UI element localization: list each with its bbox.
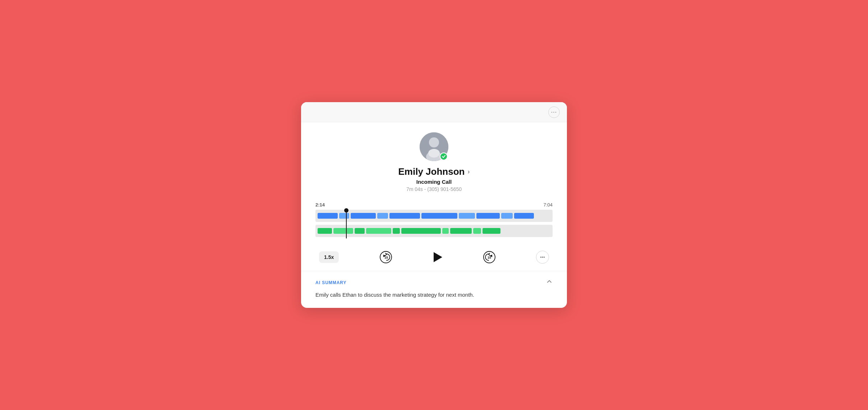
seg <box>393 228 400 234</box>
seg <box>401 228 441 234</box>
card-top-bar: ··· <box>301 102 567 122</box>
current-time: 2:14 <box>315 202 325 208</box>
contact-chevron-icon: › <box>467 168 470 176</box>
total-time: 7:04 <box>544 202 553 208</box>
controls-section: 1.5x 15 15 <box>315 246 553 271</box>
top-more-button[interactable]: ··· <box>548 106 560 118</box>
forward-icon: 15 <box>483 251 496 264</box>
contact-name-text: Emily Johnson <box>398 166 465 177</box>
waveform-section: 2:14 7:04 <box>315 202 553 238</box>
avatar-wrapper <box>420 132 448 161</box>
seg <box>450 228 472 234</box>
contact-name[interactable]: Emily Johnson › <box>398 166 470 177</box>
seg <box>421 213 457 219</box>
play-icon <box>434 252 442 262</box>
seg <box>514 213 534 219</box>
svg-point-1 <box>429 137 439 147</box>
svg-text:15: 15 <box>384 256 388 259</box>
seg <box>351 213 376 219</box>
svg-point-10 <box>540 257 541 258</box>
seg <box>377 213 388 219</box>
seg <box>355 228 365 234</box>
waveform-container[interactable] <box>315 210 553 238</box>
speed-button[interactable]: 1.5x <box>319 251 339 263</box>
online-status-badge <box>440 152 448 160</box>
seg <box>473 228 481 234</box>
play-button[interactable] <box>433 252 442 262</box>
seg <box>333 228 353 234</box>
svg-point-8 <box>542 257 543 258</box>
playhead <box>346 210 347 238</box>
seg <box>501 213 513 219</box>
chevron-up-icon <box>546 278 553 285</box>
seg <box>476 213 500 219</box>
waveform-segments-bottom <box>315 225 553 237</box>
svg-point-9 <box>544 257 545 258</box>
player-more-icon <box>539 254 546 260</box>
profile-section: Emily Johnson › Incoming Call 7m 04s - (… <box>315 132 553 192</box>
seg <box>318 228 332 234</box>
seg <box>318 213 338 219</box>
seg <box>389 213 420 219</box>
waveform-track-top[interactable] <box>315 210 553 222</box>
ai-summary-toggle-button[interactable] <box>546 278 553 287</box>
seg <box>459 213 475 219</box>
seg <box>442 228 449 234</box>
forward-button[interactable]: 15 <box>483 251 496 264</box>
seg <box>339 213 349 219</box>
call-meta-info: 7m 04s - (305) 901-5650 <box>406 186 462 192</box>
waveform-timestamps: 2:14 7:04 <box>315 202 553 208</box>
seg <box>483 228 500 234</box>
svg-point-3 <box>428 149 440 158</box>
player-more-button[interactable] <box>536 251 549 264</box>
ai-summary-text: Emily calls Ethan to discuss the marketi… <box>315 291 553 299</box>
waveform-segments-top <box>315 210 553 222</box>
ai-summary-section: AI SUMMARY Emily calls Ethan to discuss … <box>301 271 567 308</box>
more-dots-icon: ··· <box>551 109 557 115</box>
seg <box>366 228 391 234</box>
svg-text:15: 15 <box>488 256 491 259</box>
rewind-button[interactable]: 15 <box>379 251 392 264</box>
rewind-icon: 15 <box>379 251 392 264</box>
call-card: ··· <box>301 102 567 308</box>
ai-summary-title: AI SUMMARY <box>315 280 347 285</box>
card-body: Emily Johnson › Incoming Call 7m 04s - (… <box>301 122 567 271</box>
call-type-label: Incoming Call <box>416 179 452 185</box>
waveform-track-bottom[interactable] <box>315 225 553 237</box>
ai-summary-header: AI SUMMARY <box>315 278 553 287</box>
